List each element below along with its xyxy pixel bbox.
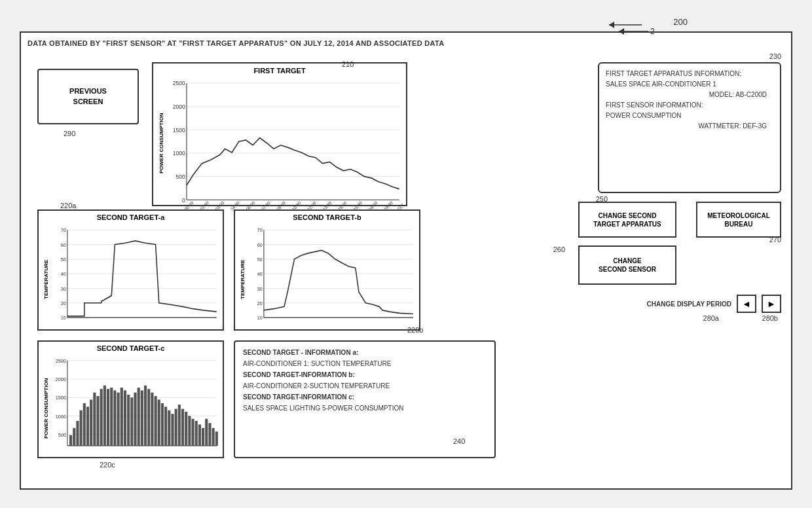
ref-210: 210 bbox=[342, 60, 354, 68]
chart-210-content: 2500 2000 1500 1000 500 0 00:00 01:30 03… bbox=[166, 76, 403, 211]
prev-period-icon: ◄ bbox=[742, 299, 751, 309]
svg-rect-105 bbox=[171, 414, 174, 446]
svg-rect-104 bbox=[168, 410, 170, 446]
chart-220b-title: SECOND TARGET-b bbox=[238, 213, 416, 221]
chart-220b-ylabel: TEMPERATURE bbox=[238, 223, 247, 336]
info-240-line2: AIR-CONDITIONER 1: SUCTION TEMPERATURE bbox=[243, 360, 391, 367]
chart-220c-wrapper: POWER CONSUMPTION 2500 2000 1500 1000 bbox=[41, 354, 220, 463]
svg-rect-99 bbox=[151, 393, 153, 446]
svg-rect-87 bbox=[110, 388, 113, 446]
ref-270: 270 bbox=[769, 236, 781, 244]
svg-rect-106 bbox=[175, 409, 177, 446]
change-sensor-button[interactable]: CHANGE SECOND SENSOR bbox=[578, 245, 676, 285]
svg-rect-103 bbox=[164, 407, 167, 446]
svg-rect-116 bbox=[208, 423, 211, 446]
main-header: DATA OBTAINED BY "FIRST SENSOR" AT "FIRS… bbox=[28, 39, 784, 47]
svg-text:20: 20 bbox=[61, 300, 66, 306]
svg-rect-81 bbox=[90, 399, 92, 445]
chart-220c-content: 2500 2000 1500 1000 500 bbox=[50, 354, 220, 463]
svg-rect-96 bbox=[141, 390, 143, 446]
svg-rect-84 bbox=[100, 389, 103, 446]
info-230-line6: WATTMETER: DEF-3G bbox=[699, 121, 773, 132]
svg-text:2000: 2000 bbox=[56, 376, 66, 382]
svg-rect-97 bbox=[144, 386, 147, 446]
chart-220a-wrapper: TEMPERATURE 70 60 50 bbox=[41, 223, 220, 336]
svg-rect-108 bbox=[181, 409, 184, 446]
chart-220b-wrapper: TEMPERATURE 70 60 50 bbox=[238, 223, 416, 336]
svg-text:50: 50 bbox=[257, 257, 263, 263]
svg-rect-82 bbox=[93, 393, 96, 446]
ref-200-label: 200 bbox=[673, 17, 688, 27]
chart-210-wrapper: POWER CONSUMPTION 2500 bbox=[157, 76, 403, 211]
page-wrapper: 200 DATA OBTAINED BY "FIRST SENSOR" AT "… bbox=[13, 12, 799, 496]
info-240-line4: AIR-CONDITIONER 2-SUCTION TEMPERATURE bbox=[243, 382, 390, 390]
change-second-target-button[interactable]: CHANGE SECOND TARGET APPARATUS bbox=[578, 202, 676, 238]
meteorological-label: METEOROLOGICAL BUREAU bbox=[707, 211, 770, 228]
chart-210-ylabel: POWER CONSUMPTION bbox=[157, 76, 166, 211]
info-240-content: SECOND TARGET - INFORMATION a: AIR-CONDI… bbox=[243, 347, 487, 414]
svg-rect-111 bbox=[191, 419, 194, 446]
svg-rect-86 bbox=[107, 389, 109, 446]
svg-text:0: 0 bbox=[182, 196, 185, 203]
chart-220c-ylabel: POWER CONSUMPTION bbox=[41, 354, 50, 463]
svg-text:1500: 1500 bbox=[56, 395, 66, 401]
chart-220a-content: 70 60 50 40 30 20 10 bbox=[50, 223, 220, 336]
info-230-line4: FIRST SENSOR INFORMATION: bbox=[606, 101, 703, 109]
svg-text:60: 60 bbox=[61, 242, 66, 248]
meteorological-button[interactable]: METEOROLOGICAL BUREAU bbox=[696, 202, 781, 238]
svg-text:2500: 2500 bbox=[56, 358, 66, 364]
chart-220a-ylabel: TEMPERATURE bbox=[41, 223, 50, 336]
svg-text:70: 70 bbox=[61, 227, 66, 233]
svg-text:70: 70 bbox=[257, 227, 263, 233]
svg-rect-92 bbox=[127, 395, 130, 446]
info-230-line2: SALES SPACE AIR-CONDITIONER 1 bbox=[606, 81, 716, 88]
ref-280b: 280b bbox=[762, 314, 778, 322]
svg-rect-107 bbox=[178, 405, 181, 446]
svg-rect-79 bbox=[83, 403, 86, 446]
svg-text:1000: 1000 bbox=[56, 413, 66, 419]
svg-rect-91 bbox=[124, 390, 126, 446]
prev-period-button[interactable]: ◄ bbox=[737, 295, 756, 313]
svg-text:30: 30 bbox=[61, 286, 66, 292]
svg-rect-110 bbox=[188, 416, 191, 446]
svg-text:60: 60 bbox=[257, 242, 263, 248]
svg-rect-90 bbox=[120, 388, 123, 446]
ref-240: 240 bbox=[453, 437, 465, 445]
svg-text:50: 50 bbox=[61, 257, 66, 263]
svg-rect-95 bbox=[138, 388, 140, 446]
svg-text:2500: 2500 bbox=[173, 80, 185, 86]
info-230-line5: POWER CONSUMPTION bbox=[606, 112, 682, 119]
info-240-line3: SECOND TARGET-INFORMATION b: bbox=[243, 371, 355, 378]
info-box-first-target: FIRST TARGET APPARATUS INFORMATION: SALE… bbox=[598, 62, 781, 193]
svg-rect-75 bbox=[69, 435, 72, 446]
chart-second-target-a: SECOND TARGET-a TEMPERATURE 70 bbox=[37, 209, 224, 331]
svg-text:1500: 1500 bbox=[173, 127, 185, 134]
info-240-line5: SECOND TARGET-INFORMATION c: bbox=[243, 393, 354, 401]
svg-rect-114 bbox=[202, 428, 204, 446]
change-sensor-label: CHANGE SECOND SENSOR bbox=[599, 257, 656, 274]
svg-rect-118 bbox=[215, 431, 218, 446]
previous-screen-box[interactable]: PREVIOUS SCREEN bbox=[37, 69, 139, 124]
chart-220b-content: 70 60 50 40 30 20 10 bbox=[247, 223, 416, 336]
svg-rect-115 bbox=[205, 419, 208, 446]
svg-text:40: 40 bbox=[257, 271, 263, 277]
previous-screen-label: PREVIOUS SCREEN bbox=[69, 86, 107, 107]
svg-text:200: 200 bbox=[650, 27, 655, 36]
svg-text:1000: 1000 bbox=[173, 150, 185, 156]
svg-marker-1 bbox=[609, 22, 614, 28]
svg-rect-93 bbox=[130, 397, 133, 446]
chart-220a-title: SECOND TARGET-a bbox=[41, 213, 220, 221]
svg-rect-89 bbox=[117, 393, 120, 446]
svg-rect-85 bbox=[103, 386, 106, 446]
svg-text:10: 10 bbox=[257, 315, 263, 321]
svg-rect-76 bbox=[73, 428, 75, 446]
svg-text:2000: 2000 bbox=[173, 103, 185, 110]
svg-rect-94 bbox=[134, 393, 136, 446]
next-period-button[interactable]: ► bbox=[762, 295, 781, 313]
info-230-line3: MODEL: AB-C200D bbox=[709, 90, 773, 100]
svg-marker-120 bbox=[619, 28, 624, 35]
ref-220c: 220c bbox=[100, 461, 115, 469]
main-diagram-box: DATA OBTAINED BY "FIRST SENSOR" AT "FIRS… bbox=[20, 31, 792, 490]
ref-220a: 220a bbox=[60, 202, 76, 209]
info-240-line1: SECOND TARGET - INFORMATION a: bbox=[243, 349, 358, 356]
